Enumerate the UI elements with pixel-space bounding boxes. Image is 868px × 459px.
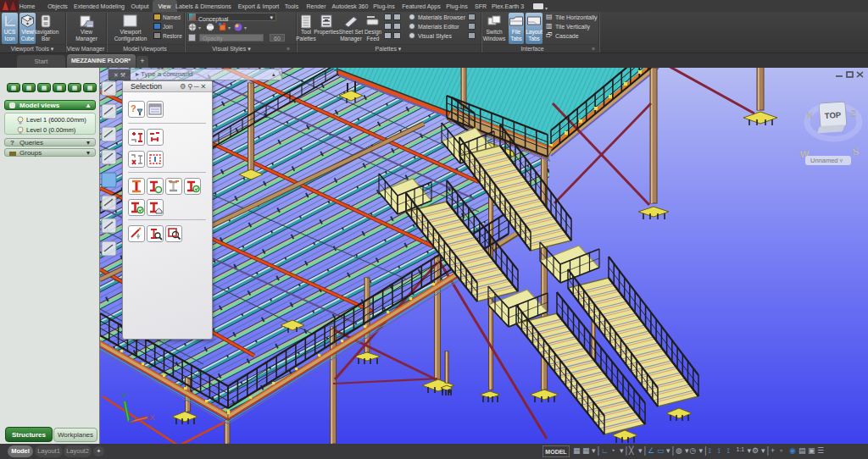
svg-text:▾: ▾ [228,25,231,30]
svg-text:E: E [851,109,856,118]
svg-text:Unnamed ▿: Unnamed ▿ [810,157,843,164]
svg-text:TOP: TOP [824,110,842,120]
svg-text:S: S [853,147,859,157]
svg-text:N: N [807,111,813,119]
svg-text:▾: ▾ [244,25,247,30]
svg-text:Z: Z [133,410,137,416]
svg-text:X: X [149,413,154,422]
svg-text:Y: Y [121,391,126,400]
svg-text:▾: ▾ [198,25,201,30]
svg-text:?: ? [131,103,136,113]
